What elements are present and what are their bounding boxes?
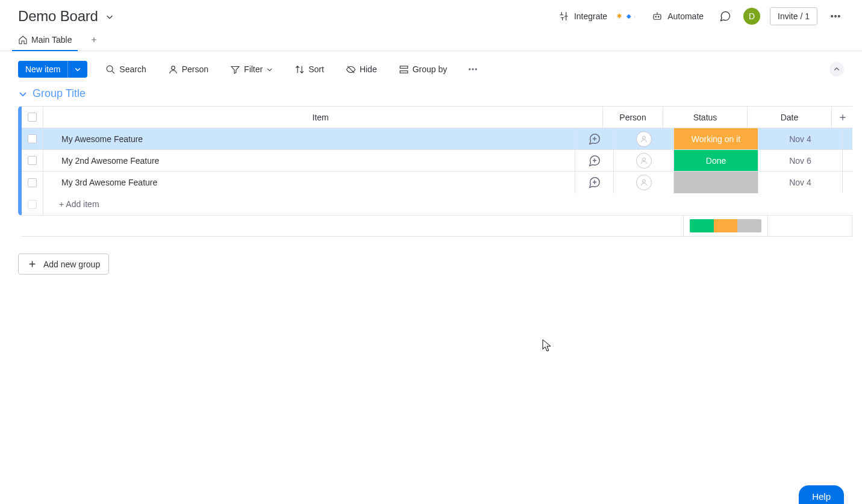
col-header-item[interactable]: Item xyxy=(43,107,603,128)
date-cell[interactable]: Nov 4 xyxy=(758,172,843,193)
plus-icon xyxy=(838,113,848,122)
date-cell[interactable]: Nov 6 xyxy=(758,150,843,171)
filter-button[interactable]: Filter xyxy=(226,64,276,75)
person-icon xyxy=(168,64,178,75)
new-item-button[interactable]: New item xyxy=(18,61,67,78)
open-conversation-button[interactable] xyxy=(575,128,614,149)
automate-label: Automate xyxy=(667,11,704,21)
svg-point-1 xyxy=(655,16,657,17)
table-row[interactable]: My 2nd Awesome FeatureDoneNov 6 xyxy=(22,150,852,172)
add-item-label[interactable]: + Add item xyxy=(43,193,852,215)
board-title[interactable]: Demo Board xyxy=(18,8,98,25)
chevron-down-icon xyxy=(74,66,81,73)
new-item-dropdown[interactable] xyxy=(67,61,87,78)
svg-point-14 xyxy=(642,158,645,161)
col-header-status[interactable]: Status xyxy=(663,107,748,128)
new-item-button-group: New item xyxy=(18,61,87,78)
svg-point-4 xyxy=(835,16,837,17)
summary-person xyxy=(623,215,684,236)
search-icon xyxy=(105,64,116,75)
table-row[interactable]: My 3rd Awesome FeatureNov 4 xyxy=(22,172,852,193)
status-cell[interactable]: Working on it xyxy=(674,128,758,149)
svg-rect-9 xyxy=(400,70,408,73)
summary-date xyxy=(768,215,852,236)
person-avatar-empty xyxy=(636,153,652,169)
table-header-row: Item Person Status Date xyxy=(22,107,852,128)
speech-bubble-icon xyxy=(719,10,731,22)
table-row[interactable]: My Awesome FeatureWorking on itNov 4 xyxy=(22,128,852,150)
add-comment-icon xyxy=(588,154,601,167)
invite-button[interactable]: Invite / 1 xyxy=(770,7,817,25)
hide-button[interactable]: Hide xyxy=(342,64,381,75)
svg-point-5 xyxy=(839,16,840,17)
row-checkbox[interactable] xyxy=(28,156,37,165)
search-button[interactable]: Search xyxy=(102,64,149,75)
svg-point-11 xyxy=(472,69,473,70)
col-header-date[interactable]: Date xyxy=(748,107,832,128)
open-conversation-button[interactable] xyxy=(575,150,614,171)
tab-main-table[interactable]: Main Table xyxy=(18,35,72,51)
item-name-cell[interactable]: My 2nd Awesome Feature xyxy=(43,150,575,171)
select-all-checkbox[interactable] xyxy=(28,113,37,122)
group-by-button[interactable]: Group by xyxy=(395,64,451,75)
add-item-checkbox xyxy=(28,200,37,209)
user-avatar[interactable]: D xyxy=(743,8,760,25)
automate-button[interactable]: Automate xyxy=(648,10,707,22)
row-checkbox[interactable] xyxy=(28,134,37,143)
svg-point-2 xyxy=(658,16,660,17)
collapse-toolbar-button[interactable] xyxy=(829,62,844,76)
open-conversation-button[interactable] xyxy=(575,172,614,193)
sort-button[interactable]: Sort xyxy=(291,64,328,75)
add-item-row[interactable]: + Add item xyxy=(22,193,852,215)
add-view-button[interactable] xyxy=(90,36,98,50)
chevron-down-icon[interactable] xyxy=(18,89,28,99)
item-name-cell[interactable]: My 3rd Awesome Feature xyxy=(43,172,575,193)
item-name-cell[interactable]: My Awesome Feature xyxy=(43,128,575,149)
robot-icon xyxy=(652,11,663,22)
row-spacer xyxy=(843,128,852,149)
svg-point-3 xyxy=(831,16,833,17)
dots-horizontal-icon xyxy=(829,10,842,22)
add-comment-icon xyxy=(588,132,601,146)
group-title[interactable]: Group Title xyxy=(33,87,86,100)
hide-icon xyxy=(346,64,356,75)
integrate-button[interactable]: Integrate ✱ ◆ xyxy=(555,9,639,23)
svg-point-12 xyxy=(476,69,477,70)
col-header-person[interactable]: Person xyxy=(603,107,663,128)
conversations-button[interactable] xyxy=(717,8,734,25)
plus-icon xyxy=(90,36,98,44)
svg-rect-8 xyxy=(400,66,408,68)
person-cell[interactable] xyxy=(614,150,674,171)
group-icon xyxy=(399,64,409,75)
person-avatar-empty xyxy=(636,131,652,147)
chevron-down-icon xyxy=(266,66,273,73)
date-cell[interactable]: Nov 4 xyxy=(758,128,843,149)
add-column-button[interactable] xyxy=(832,107,852,128)
chevron-down-icon[interactable] xyxy=(105,13,114,21)
more-menu-button[interactable] xyxy=(827,8,844,25)
svg-point-7 xyxy=(171,66,175,69)
svg-rect-0 xyxy=(654,14,661,19)
home-icon xyxy=(18,35,28,45)
summary-status[interactable] xyxy=(684,215,768,236)
integrate-label: Integrate xyxy=(574,11,607,21)
person-cell[interactable] xyxy=(614,172,674,193)
person-avatar-empty xyxy=(636,175,652,190)
svg-point-6 xyxy=(107,66,113,72)
chevron-up-icon xyxy=(833,66,840,73)
row-spacer xyxy=(843,172,852,193)
status-cell[interactable]: Done xyxy=(674,150,758,171)
sort-icon xyxy=(295,64,305,75)
group-summary-row xyxy=(18,215,852,237)
plus-icon xyxy=(27,259,37,269)
status-cell[interactable] xyxy=(674,172,758,193)
filter-icon xyxy=(230,64,240,75)
items-table: Item Person Status Date My Awesome Featu… xyxy=(18,106,852,216)
add-new-group-button[interactable]: Add new group xyxy=(18,254,109,275)
row-checkbox[interactable] xyxy=(28,178,37,187)
person-cell[interactable] xyxy=(614,128,674,149)
svg-point-15 xyxy=(642,179,645,182)
person-filter-button[interactable]: Person xyxy=(164,64,212,75)
integration-app-icons: ✱ ◆ xyxy=(613,10,635,23)
toolbar-more-button[interactable] xyxy=(465,61,481,77)
